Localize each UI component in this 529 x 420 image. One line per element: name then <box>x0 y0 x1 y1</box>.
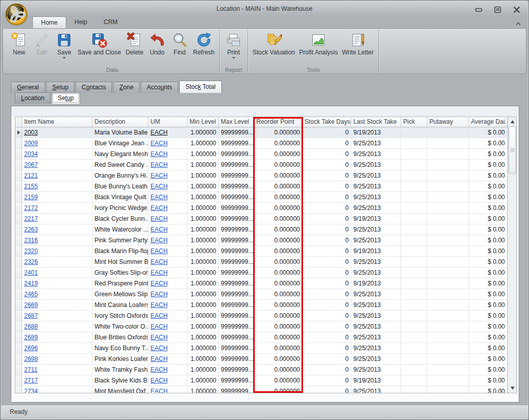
cell-item[interactable]: 2688 <box>22 321 92 332</box>
table-row[interactable]: 2217Black Cycler Bunn...EACH1.0000009999… <box>15 214 507 224</box>
cell-um[interactable]: EACH <box>148 354 187 365</box>
column-header-put[interactable]: Putaway <box>427 117 469 127</box>
app-menu-button[interactable] <box>5 3 28 26</box>
item-link[interactable]: 2217 <box>24 215 38 222</box>
find-button[interactable]: Find <box>168 31 191 56</box>
item-link[interactable]: 2172 <box>24 204 38 212</box>
table-row[interactable]: 2121Orange Bunny's Hi...EACH1.0000009999… <box>15 170 507 181</box>
row-selector-cell[interactable] <box>15 203 22 214</box>
um-link[interactable]: EACH <box>150 388 167 393</box>
collapse-ribbon-button[interactable] <box>514 20 522 26</box>
row-selector-cell[interactable] <box>15 268 22 278</box>
profit-analysis-button[interactable]: Profit Analysis <box>297 31 339 56</box>
cell-um[interactable]: EACH <box>148 235 187 246</box>
table-row[interactable]: 2263White Watercolor ...EACH1.0000009999… <box>15 224 507 235</box>
row-selector-cell[interactable] <box>15 149 22 160</box>
item-link[interactable]: 2734 <box>24 388 38 393</box>
scrollbar-thumb[interactable] <box>508 126 516 174</box>
cell-um[interactable]: EACH <box>148 203 187 214</box>
maximize-button[interactable] <box>493 6 502 13</box>
cell-um[interactable]: EACH <box>148 138 187 149</box>
cell-item[interactable]: 2172 <box>22 203 92 214</box>
um-link[interactable]: EACH <box>150 355 167 362</box>
cell-item[interactable]: 2717 <box>22 375 92 386</box>
column-header-last[interactable]: Last Stock Take <box>351 117 401 127</box>
cell-item[interactable]: 2696 <box>22 343 92 354</box>
item-link[interactable]: 2688 <box>24 323 38 330</box>
cell-item[interactable]: 2155 <box>22 181 92 192</box>
cell-um[interactable]: EACH <box>148 224 187 235</box>
column-header-pick[interactable]: Pick <box>401 117 427 127</box>
print-button[interactable]: Print <box>222 31 245 59</box>
um-link[interactable]: EACH <box>150 291 167 298</box>
vertical-scrollbar[interactable] <box>507 117 517 393</box>
um-link[interactable]: EACH <box>150 323 167 330</box>
table-row[interactable]: 2320Black Marin Flip-flopsEACH1.00000099… <box>15 246 507 257</box>
row-selector-cell[interactable] <box>15 375 22 386</box>
row-selector-cell[interactable] <box>15 127 22 138</box>
cell-item[interactable]: 2009 <box>22 138 92 149</box>
um-link[interactable]: EACH <box>150 366 167 373</box>
cell-item[interactable]: 2159 <box>22 192 92 203</box>
cell-item[interactable]: 2401 <box>22 268 92 278</box>
cell-item[interactable]: 2217 <box>22 214 92 224</box>
item-link[interactable]: 2316 <box>24 237 38 244</box>
cell-um[interactable]: EACH <box>148 332 187 343</box>
table-row[interactable]: 2734Mint Mansfield Oxf...EACH1.000000999… <box>15 386 507 393</box>
cell-um[interactable]: EACH <box>148 375 187 386</box>
ribbon-tab-help[interactable]: Help <box>66 16 96 28</box>
cell-item[interactable]: 2034 <box>22 149 92 160</box>
column-header-max[interactable]: Max Level <box>219 117 254 127</box>
row-selector-cell[interactable] <box>15 170 22 181</box>
tab-setup[interactable]: Setup <box>46 82 74 93</box>
row-selector-cell[interactable] <box>15 181 22 192</box>
table-row[interactable]: 2688White Two-color O...EACH1.0000009999… <box>15 321 507 332</box>
row-selector-cell[interactable] <box>15 214 22 224</box>
item-link[interactable]: 2698 <box>24 355 38 362</box>
um-link[interactable]: EACH <box>150 183 167 190</box>
um-link[interactable]: EACH <box>150 334 167 341</box>
table-row[interactable]: 2465Green Mellows Slip...EACH1.000000999… <box>15 289 507 300</box>
scroll-down-button[interactable] <box>508 384 516 392</box>
cell-um[interactable]: EACH <box>148 289 187 300</box>
cell-item[interactable]: 2263 <box>22 224 92 235</box>
row-selector-cell[interactable] <box>15 192 22 203</box>
item-link[interactable]: 2696 <box>24 345 38 352</box>
item-link[interactable]: 2711 <box>24 366 37 373</box>
cell-um[interactable]: EACH <box>148 246 187 257</box>
cell-item[interactable]: 2465 <box>22 289 92 300</box>
save-dropdown-caret-icon[interactable] <box>63 57 66 59</box>
um-link[interactable]: EACH <box>150 258 167 265</box>
save-and-close-button[interactable]: Save and Close <box>75 31 123 56</box>
column-header-reorder[interactable]: Reorder Point <box>254 117 303 127</box>
row-selector-cell[interactable] <box>15 138 22 149</box>
item-link[interactable]: 2669 <box>24 301 38 309</box>
row-selector-cell[interactable] <box>15 235 22 246</box>
cell-item[interactable]: 2326 <box>22 257 92 268</box>
tab-general[interactable]: General <box>11 82 45 93</box>
row-selector-cell[interactable] <box>15 160 22 170</box>
cell-item[interactable]: 2316 <box>22 235 92 246</box>
cell-item[interactable]: 2067 <box>22 160 92 170</box>
tab-accounts[interactable]: Accounts <box>141 82 178 93</box>
um-link[interactable]: EACH <box>150 301 167 309</box>
item-link[interactable]: 2320 <box>24 247 38 255</box>
save-button[interactable]: Save <box>53 31 75 59</box>
cell-item[interactable]: 2698 <box>22 354 92 365</box>
um-link[interactable]: EACH <box>150 172 167 179</box>
table-row[interactable]: 2689Blue Brities OxfordsEACH1.0000009999… <box>15 332 507 343</box>
cell-item[interactable]: 2419 <box>22 278 92 289</box>
cell-um[interactable]: EACH <box>148 300 187 311</box>
row-selector-cell[interactable] <box>15 278 22 289</box>
um-link[interactable]: EACH <box>150 215 167 222</box>
um-link[interactable]: EACH <box>150 226 167 233</box>
um-link[interactable]: EACH <box>150 269 167 276</box>
item-link[interactable]: 2155 <box>24 183 38 190</box>
cell-um[interactable]: EACH <box>148 311 187 321</box>
row-selector-cell[interactable] <box>15 343 22 354</box>
item-link[interactable]: 2034 <box>24 150 38 158</box>
cell-um[interactable]: EACH <box>148 386 187 393</box>
table-row[interactable]: 2669Mint Casina LoafersEACH1.00000099999… <box>15 300 507 311</box>
column-header-avg[interactable]: Average Dai... <box>469 117 507 127</box>
item-link[interactable]: 2465 <box>24 291 38 298</box>
